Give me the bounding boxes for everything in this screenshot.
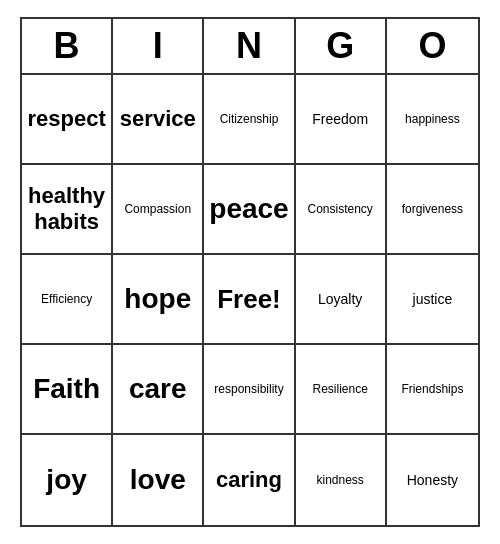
bingo-header: BINGO bbox=[22, 19, 478, 75]
bingo-cell: service bbox=[113, 75, 204, 165]
bingo-cell: Faith bbox=[22, 345, 113, 435]
bingo-cell: peace bbox=[204, 165, 295, 255]
header-letter: I bbox=[113, 19, 204, 73]
bingo-cell: care bbox=[113, 345, 204, 435]
header-letter: G bbox=[296, 19, 387, 73]
bingo-grid: respectserviceCitizenshipFreedomhappines… bbox=[22, 75, 478, 525]
bingo-cell: Loyalty bbox=[296, 255, 387, 345]
bingo-cell: caring bbox=[204, 435, 295, 525]
header-letter: B bbox=[22, 19, 113, 73]
bingo-cell: respect bbox=[22, 75, 113, 165]
bingo-cell: happiness bbox=[387, 75, 478, 165]
bingo-cell: Freedom bbox=[296, 75, 387, 165]
bingo-cell: justice bbox=[387, 255, 478, 345]
bingo-cell: kindness bbox=[296, 435, 387, 525]
bingo-cell: healthy habits bbox=[22, 165, 113, 255]
bingo-cell: Resilience bbox=[296, 345, 387, 435]
bingo-cell: joy bbox=[22, 435, 113, 525]
bingo-cell: Consistency bbox=[296, 165, 387, 255]
bingo-card: BINGO respectserviceCitizenshipFreedomha… bbox=[20, 17, 480, 527]
bingo-cell: Compassion bbox=[113, 165, 204, 255]
bingo-cell: forgiveness bbox=[387, 165, 478, 255]
header-letter: O bbox=[387, 19, 478, 73]
bingo-cell: love bbox=[113, 435, 204, 525]
header-letter: N bbox=[204, 19, 295, 73]
bingo-cell: Efficiency bbox=[22, 255, 113, 345]
bingo-cell: Friendships bbox=[387, 345, 478, 435]
bingo-cell: hope bbox=[113, 255, 204, 345]
bingo-cell: Free! bbox=[204, 255, 295, 345]
bingo-cell: Citizenship bbox=[204, 75, 295, 165]
bingo-cell: responsibility bbox=[204, 345, 295, 435]
bingo-cell: Honesty bbox=[387, 435, 478, 525]
